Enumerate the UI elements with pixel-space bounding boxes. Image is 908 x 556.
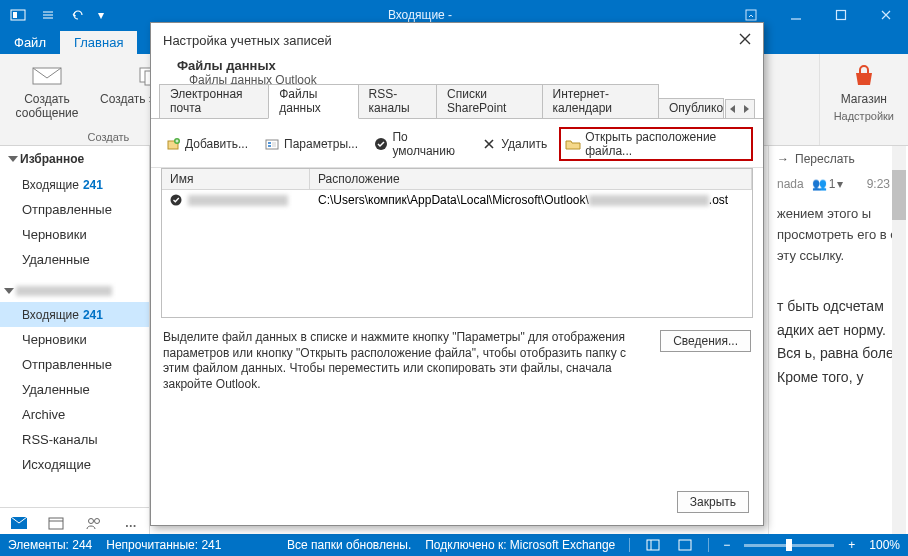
tab-data-files[interactable]: Файлы данных <box>268 84 358 119</box>
x-icon <box>481 136 497 152</box>
acct-rss[interactable]: RSS-каналы <box>0 427 149 452</box>
status-synced: Все папки обновлены. <box>287 538 411 552</box>
svg-rect-18 <box>272 142 276 147</box>
sender-name: nada <box>777 175 804 194</box>
dialog-close-button[interactable] <box>731 27 759 51</box>
tabs-scroll-left[interactable] <box>726 100 740 118</box>
acct-inbox[interactable]: Входящие241 <box>0 302 149 327</box>
check-circle-icon <box>374 136 388 152</box>
dialog-close-btn[interactable]: Закрыть <box>677 491 749 513</box>
window-title: Входящие - <box>112 8 728 22</box>
folder-open-icon <box>565 136 581 152</box>
calendar-switch-icon[interactable] <box>48 514 65 532</box>
reading-pane: → Переслать nada 👥1▾ 9:23 жением этого ы… <box>768 146 908 538</box>
dialog-subtitle: Файлы данных <box>177 58 737 73</box>
svg-point-9 <box>88 519 93 524</box>
svg-rect-3 <box>836 11 845 20</box>
add-button[interactable]: Добавить... <box>161 134 252 154</box>
acct-archive[interactable]: Archive <box>0 402 149 427</box>
dialog-toolbar: Добавить... Параметры... По умолчанию Уд… <box>151 119 763 168</box>
zoom-in[interactable]: + <box>848 538 855 552</box>
people-switch-icon[interactable] <box>85 514 103 532</box>
view-reading-icon[interactable] <box>676 536 694 554</box>
tab-file[interactable]: Файл <box>0 31 60 54</box>
reading-scrollbar-thumb[interactable] <box>892 170 906 220</box>
data-files-list[interactable]: Имя Расположение C:\Users\компик\AppData… <box>161 168 753 318</box>
store-icon <box>848 62 880 90</box>
ribbon-group-create: Создать <box>88 131 130 145</box>
svg-rect-8 <box>49 518 63 529</box>
tab-internet-calendars[interactable]: Интернет-календари <box>542 84 659 118</box>
file-location: C:\Users\компик\AppData\Local\Microsoft\… <box>310 190 752 210</box>
file-name-redacted <box>188 195 288 206</box>
maximize-button[interactable] <box>818 0 863 30</box>
remove-button[interactable]: Удалить <box>477 134 551 154</box>
fav-inbox[interactable]: Входящие241 <box>0 172 149 197</box>
reading-body-2: т быть одсчетам адких ает норму. Вся ь, … <box>777 295 904 390</box>
forward-action[interactable]: → <box>777 150 789 169</box>
folder-pane: Избранное Входящие241 Отправленные Черно… <box>0 146 150 538</box>
acct-outbox[interactable]: Исходящие <box>0 452 149 477</box>
svg-rect-1 <box>13 12 17 18</box>
message-time: 9:23 <box>867 175 890 194</box>
qat-customize-icon[interactable]: ▾ <box>94 1 108 29</box>
tab-rss[interactable]: RSS-каналы <box>358 84 437 118</box>
dialog-title: Настройка учетных записей <box>151 23 763 52</box>
status-unread: Непрочитанные: 241 <box>106 538 221 552</box>
open-file-location-button[interactable]: Открыть расположение файла... <box>559 127 753 161</box>
qat-undo-icon[interactable] <box>64 1 92 29</box>
fav-drafts[interactable]: Черновики <box>0 222 149 247</box>
data-file-row[interactable]: C:\Users\компик\AppData\Local\Microsoft\… <box>162 190 752 210</box>
set-default-button[interactable]: По умолчанию <box>370 128 469 160</box>
tab-email[interactable]: Электронная почта <box>159 84 269 118</box>
account-settings-dialog: Настройка учетных записей Файлы данных Ф… <box>150 22 764 526</box>
col-location[interactable]: Расположение <box>310 169 752 189</box>
favorites-header[interactable]: Избранное <box>0 146 149 172</box>
svg-rect-16 <box>268 142 271 144</box>
acct-sent[interactable]: Отправленные <box>0 352 149 377</box>
acct-deleted[interactable]: Удаленные <box>0 377 149 402</box>
new-mail-button[interactable]: Создать сообщение <box>6 58 88 131</box>
tab-sharepoint[interactable]: Списки SharePoint <box>436 84 542 118</box>
fav-sent[interactable]: Отправленные <box>0 197 149 222</box>
mail-switch-icon[interactable] <box>10 514 28 532</box>
mail-icon <box>31 62 63 90</box>
svg-rect-11 <box>647 540 659 550</box>
people-icon[interactable]: 👥1▾ <box>812 175 844 194</box>
fav-deleted[interactable]: Удаленные <box>0 247 149 272</box>
minimize-button[interactable] <box>773 0 818 30</box>
forward-label[interactable]: Переслать <box>795 150 855 169</box>
svg-rect-17 <box>268 145 271 147</box>
settings-button[interactable]: Параметры... <box>260 134 362 154</box>
dialog-tabs: Электронная почта Файлы данных RSS-канал… <box>151 97 763 119</box>
status-connected: Подключено к: Microsoft Exchange <box>425 538 615 552</box>
details-button[interactable]: Сведения... <box>660 330 751 352</box>
ribbon-group-addins: Надстройки <box>834 110 894 124</box>
zoom-slider[interactable] <box>744 544 834 547</box>
acct-drafts[interactable]: Черновики <box>0 327 149 352</box>
col-name[interactable]: Имя <box>162 169 310 189</box>
svg-point-20 <box>171 195 182 206</box>
status-items: Элементы: 244 <box>8 538 92 552</box>
qat-send-receive-icon[interactable] <box>34 1 62 29</box>
account-header[interactable] <box>0 280 149 302</box>
tab-published[interactable]: Опублико <box>658 98 724 118</box>
tab-home[interactable]: Главная <box>60 31 137 54</box>
close-button[interactable] <box>863 0 908 30</box>
svg-rect-12 <box>679 540 691 550</box>
app-icon[interactable] <box>4 1 32 29</box>
tabs-scroll-right[interactable] <box>740 100 754 118</box>
dialog-help-text: Выделите файл данных в списке и нажмите … <box>163 330 650 392</box>
reading-body-1: жением этого ы просмотреть его в е эту с… <box>777 204 904 266</box>
add-icon <box>165 136 181 152</box>
status-bar: Элементы: 244 Непрочитанные: 241 Все пап… <box>0 534 908 556</box>
zoom-out[interactable]: − <box>723 538 730 552</box>
settings-icon <box>264 136 280 152</box>
store-button[interactable]: Магазин <box>835 58 893 110</box>
zoom-level: 100% <box>869 538 900 552</box>
view-normal-icon[interactable] <box>644 536 662 554</box>
more-switch-icon[interactable]: … <box>123 514 140 532</box>
default-check-icon <box>170 194 182 206</box>
svg-point-10 <box>94 519 99 524</box>
